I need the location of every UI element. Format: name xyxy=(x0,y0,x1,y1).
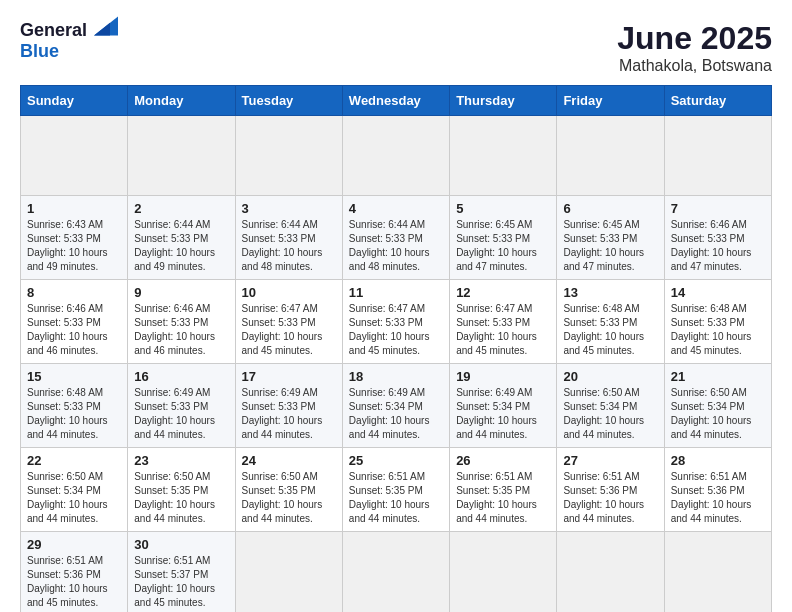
day-info: Sunrise: 6:44 AMSunset: 5:33 PMDaylight:… xyxy=(242,219,323,272)
day-info: Sunrise: 6:48 AMSunset: 5:33 PMDaylight:… xyxy=(563,303,644,356)
calendar-cell: 25 Sunrise: 6:51 AMSunset: 5:35 PMDaylig… xyxy=(342,448,449,532)
day-info: Sunrise: 6:50 AMSunset: 5:34 PMDaylight:… xyxy=(27,471,108,524)
day-number: 24 xyxy=(242,453,336,468)
calendar-cell: 19 Sunrise: 6:49 AMSunset: 5:34 PMDaylig… xyxy=(450,364,557,448)
day-number: 16 xyxy=(134,369,228,384)
calendar-cell: 13 Sunrise: 6:48 AMSunset: 5:33 PMDaylig… xyxy=(557,280,664,364)
calendar-cell: 12 Sunrise: 6:47 AMSunset: 5:33 PMDaylig… xyxy=(450,280,557,364)
day-number: 10 xyxy=(242,285,336,300)
week-row-1: 1 Sunrise: 6:43 AMSunset: 5:33 PMDayligh… xyxy=(21,196,772,280)
day-number: 17 xyxy=(242,369,336,384)
day-number: 3 xyxy=(242,201,336,216)
calendar-cell: 15 Sunrise: 6:48 AMSunset: 5:33 PMDaylig… xyxy=(21,364,128,448)
week-row-3: 15 Sunrise: 6:48 AMSunset: 5:33 PMDaylig… xyxy=(21,364,772,448)
calendar-cell: 22 Sunrise: 6:50 AMSunset: 5:34 PMDaylig… xyxy=(21,448,128,532)
svg-marker-1 xyxy=(94,23,110,36)
day-info: Sunrise: 6:44 AMSunset: 5:33 PMDaylight:… xyxy=(349,219,430,272)
calendar-cell: 7 Sunrise: 6:46 AMSunset: 5:33 PMDayligh… xyxy=(664,196,771,280)
calendar-cell: 21 Sunrise: 6:50 AMSunset: 5:34 PMDaylig… xyxy=(664,364,771,448)
week-row-4: 22 Sunrise: 6:50 AMSunset: 5:34 PMDaylig… xyxy=(21,448,772,532)
day-info: Sunrise: 6:51 AMSunset: 5:36 PMDaylight:… xyxy=(27,555,108,608)
day-number: 13 xyxy=(563,285,657,300)
calendar-cell xyxy=(342,532,449,613)
day-info: Sunrise: 6:51 AMSunset: 5:36 PMDaylight:… xyxy=(563,471,644,524)
calendar-cell: 5 Sunrise: 6:45 AMSunset: 5:33 PMDayligh… xyxy=(450,196,557,280)
calendar-cell: 24 Sunrise: 6:50 AMSunset: 5:35 PMDaylig… xyxy=(235,448,342,532)
day-info: Sunrise: 6:49 AMSunset: 5:34 PMDaylight:… xyxy=(456,387,537,440)
week-row-5: 29 Sunrise: 6:51 AMSunset: 5:36 PMDaylig… xyxy=(21,532,772,613)
day-number: 11 xyxy=(349,285,443,300)
day-number: 27 xyxy=(563,453,657,468)
header-day-thursday: Thursday xyxy=(450,86,557,116)
day-info: Sunrise: 6:46 AMSunset: 5:33 PMDaylight:… xyxy=(134,303,215,356)
day-number: 30 xyxy=(134,537,228,552)
day-info: Sunrise: 6:46 AMSunset: 5:33 PMDaylight:… xyxy=(671,219,752,272)
week-row-0 xyxy=(21,116,772,196)
header-row: SundayMondayTuesdayWednesdayThursdayFrid… xyxy=(21,86,772,116)
calendar-cell xyxy=(557,532,664,613)
calendar-cell: 18 Sunrise: 6:49 AMSunset: 5:34 PMDaylig… xyxy=(342,364,449,448)
calendar-cell: 23 Sunrise: 6:50 AMSunset: 5:35 PMDaylig… xyxy=(128,448,235,532)
calendar-cell: 11 Sunrise: 6:47 AMSunset: 5:33 PMDaylig… xyxy=(342,280,449,364)
day-info: Sunrise: 6:44 AMSunset: 5:33 PMDaylight:… xyxy=(134,219,215,272)
day-number: 29 xyxy=(27,537,121,552)
day-info: Sunrise: 6:47 AMSunset: 5:33 PMDaylight:… xyxy=(349,303,430,356)
day-info: Sunrise: 6:51 AMSunset: 5:35 PMDaylight:… xyxy=(456,471,537,524)
day-info: Sunrise: 6:51 AMSunset: 5:35 PMDaylight:… xyxy=(349,471,430,524)
calendar-cell: 29 Sunrise: 6:51 AMSunset: 5:36 PMDaylig… xyxy=(21,532,128,613)
calendar-table: SundayMondayTuesdayWednesdayThursdayFrid… xyxy=(20,85,772,612)
day-info: Sunrise: 6:49 AMSunset: 5:34 PMDaylight:… xyxy=(349,387,430,440)
day-number: 22 xyxy=(27,453,121,468)
calendar-cell xyxy=(664,532,771,613)
day-number: 4 xyxy=(349,201,443,216)
calendar-cell: 8 Sunrise: 6:46 AMSunset: 5:33 PMDayligh… xyxy=(21,280,128,364)
location-title: Mathakola, Botswana xyxy=(617,57,772,75)
day-number: 12 xyxy=(456,285,550,300)
calendar-cell: 28 Sunrise: 6:51 AMSunset: 5:36 PMDaylig… xyxy=(664,448,771,532)
month-title: June 2025 xyxy=(617,20,772,57)
day-info: Sunrise: 6:45 AMSunset: 5:33 PMDaylight:… xyxy=(563,219,644,272)
calendar-cell xyxy=(128,116,235,196)
calendar-cell: 20 Sunrise: 6:50 AMSunset: 5:34 PMDaylig… xyxy=(557,364,664,448)
day-info: Sunrise: 6:43 AMSunset: 5:33 PMDaylight:… xyxy=(27,219,108,272)
calendar-cell: 9 Sunrise: 6:46 AMSunset: 5:33 PMDayligh… xyxy=(128,280,235,364)
title-area: June 2025 Mathakola, Botswana xyxy=(617,20,772,75)
day-number: 23 xyxy=(134,453,228,468)
calendar-cell: 14 Sunrise: 6:48 AMSunset: 5:33 PMDaylig… xyxy=(664,280,771,364)
header-day-sunday: Sunday xyxy=(21,86,128,116)
calendar-cell: 6 Sunrise: 6:45 AMSunset: 5:33 PMDayligh… xyxy=(557,196,664,280)
day-number: 28 xyxy=(671,453,765,468)
day-info: Sunrise: 6:49 AMSunset: 5:33 PMDaylight:… xyxy=(242,387,323,440)
day-number: 21 xyxy=(671,369,765,384)
logo-general: General xyxy=(20,20,87,40)
day-number: 1 xyxy=(27,201,121,216)
logo: General Blue xyxy=(20,20,118,62)
day-number: 18 xyxy=(349,369,443,384)
day-info: Sunrise: 6:51 AMSunset: 5:37 PMDaylight:… xyxy=(134,555,215,608)
calendar-cell: 16 Sunrise: 6:49 AMSunset: 5:33 PMDaylig… xyxy=(128,364,235,448)
day-number: 20 xyxy=(563,369,657,384)
logo-blue: Blue xyxy=(20,41,59,61)
day-number: 19 xyxy=(456,369,550,384)
header-day-monday: Monday xyxy=(128,86,235,116)
day-number: 9 xyxy=(134,285,228,300)
day-info: Sunrise: 6:48 AMSunset: 5:33 PMDaylight:… xyxy=(671,303,752,356)
calendar-cell xyxy=(235,532,342,613)
day-info: Sunrise: 6:48 AMSunset: 5:33 PMDaylight:… xyxy=(27,387,108,440)
calendar-cell: 4 Sunrise: 6:44 AMSunset: 5:33 PMDayligh… xyxy=(342,196,449,280)
day-number: 6 xyxy=(563,201,657,216)
calendar-cell: 26 Sunrise: 6:51 AMSunset: 5:35 PMDaylig… xyxy=(450,448,557,532)
header-day-saturday: Saturday xyxy=(664,86,771,116)
calendar-cell xyxy=(557,116,664,196)
day-number: 25 xyxy=(349,453,443,468)
calendar-cell xyxy=(235,116,342,196)
day-info: Sunrise: 6:45 AMSunset: 5:33 PMDaylight:… xyxy=(456,219,537,272)
day-info: Sunrise: 6:51 AMSunset: 5:36 PMDaylight:… xyxy=(671,471,752,524)
calendar-cell xyxy=(21,116,128,196)
day-number: 26 xyxy=(456,453,550,468)
day-info: Sunrise: 6:50 AMSunset: 5:34 PMDaylight:… xyxy=(671,387,752,440)
calendar-cell xyxy=(450,532,557,613)
header-day-friday: Friday xyxy=(557,86,664,116)
day-info: Sunrise: 6:47 AMSunset: 5:33 PMDaylight:… xyxy=(456,303,537,356)
header-day-wednesday: Wednesday xyxy=(342,86,449,116)
